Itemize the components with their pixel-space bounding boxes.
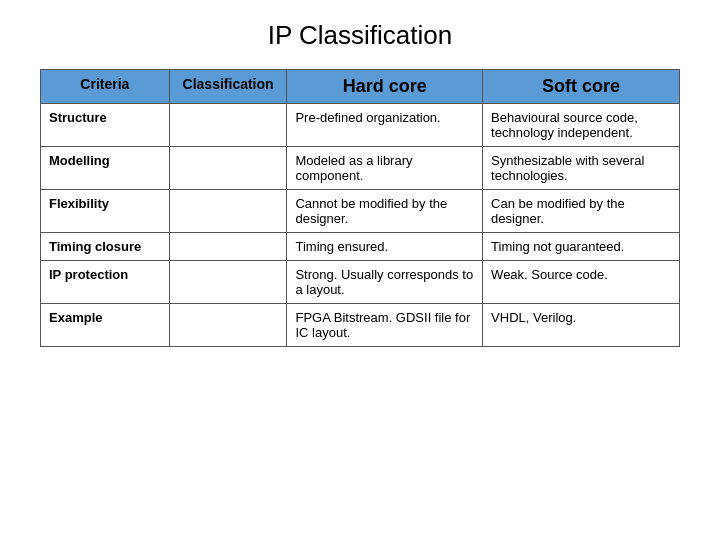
cell-criteria: Example — [41, 304, 170, 347]
page-title: IP Classification — [268, 20, 453, 51]
cell-hard-core: Timing ensured. — [287, 233, 483, 261]
classification-table: Criteria Classification Hard core Soft c… — [40, 69, 680, 347]
table-row: IP protectionStrong. Usually corresponds… — [41, 261, 680, 304]
cell-soft-core: Can be modified by the designer. — [483, 190, 680, 233]
cell-soft-core: Synthesizable with several technologies. — [483, 147, 680, 190]
cell-soft-core: Weak. Source code. — [483, 261, 680, 304]
cell-criteria: Modelling — [41, 147, 170, 190]
table-header-row: Criteria Classification Hard core Soft c… — [41, 70, 680, 104]
cell-classification — [169, 147, 287, 190]
table-row: Timing closureTiming ensured.Timing not … — [41, 233, 680, 261]
cell-classification — [169, 304, 287, 347]
cell-classification — [169, 233, 287, 261]
cell-classification — [169, 104, 287, 147]
cell-hard-core: Strong. Usually corresponds to a layout. — [287, 261, 483, 304]
table-row: ModellingModeled as a library component.… — [41, 147, 680, 190]
table-row: StructurePre-defined organization.Behavi… — [41, 104, 680, 147]
cell-hard-core: Modeled as a library component. — [287, 147, 483, 190]
table-row: ExampleFPGA Bitstream. GDSII file for IC… — [41, 304, 680, 347]
header-hard-core: Hard core — [287, 70, 483, 104]
header-classification: Classification — [169, 70, 287, 104]
cell-criteria: IP protection — [41, 261, 170, 304]
cell-classification — [169, 190, 287, 233]
cell-hard-core: Pre-defined organization. — [287, 104, 483, 147]
cell-criteria: Timing closure — [41, 233, 170, 261]
cell-criteria: Flexibility — [41, 190, 170, 233]
cell-soft-core: Behavioural source code, technology inde… — [483, 104, 680, 147]
header-criteria: Criteria — [41, 70, 170, 104]
cell-hard-core: Cannot be modified by the designer. — [287, 190, 483, 233]
cell-criteria: Structure — [41, 104, 170, 147]
table-row: FlexibilityCannot be modified by the des… — [41, 190, 680, 233]
cell-hard-core: FPGA Bitstream. GDSII file for IC layout… — [287, 304, 483, 347]
cell-classification — [169, 261, 287, 304]
cell-soft-core: VHDL, Verilog. — [483, 304, 680, 347]
header-soft-core: Soft core — [483, 70, 680, 104]
cell-soft-core: Timing not guaranteed. — [483, 233, 680, 261]
